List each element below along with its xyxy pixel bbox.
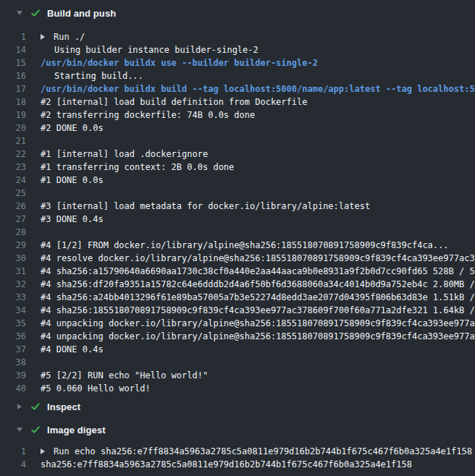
- line-number[interactable]: 23: [0, 161, 26, 174]
- log-line: 36 #4 unpacking docker.io/library/alpine…: [0, 330, 475, 343]
- log-line-body: Run echo sha256:e7ff8834a5963a2785c5a081…: [26, 445, 475, 458]
- section-title: Build and push: [47, 8, 116, 19]
- runner-icon: [41, 71, 51, 81]
- log-text: #4 sha256:a24bb4013296f61e89ba57005a7b3e…: [41, 291, 475, 304]
- log-group-line[interactable]: 1 Run ./: [0, 30, 475, 43]
- log-line-body: /usr/bin/docker buildx use --builder bui…: [26, 56, 475, 69]
- line-number[interactable]: 4: [0, 458, 26, 471]
- log-text: #5 [2/2] RUN echo "Hello world!": [41, 369, 208, 382]
- log-line: 31 #4 sha256:a15790640a6690aa1730c38cf0a…: [0, 265, 475, 278]
- log-line-body: Using builder instance builder-single-2: [26, 43, 475, 56]
- log-text: #2 DONE 0.0s: [41, 122, 104, 135]
- line-number[interactable]: 19: [0, 109, 26, 122]
- log-line: 34 #4 sha256:185518070891758909c9f839cf4…: [0, 304, 475, 317]
- line-number[interactable]: 18: [0, 95, 26, 109]
- line-number[interactable]: 1: [0, 445, 26, 458]
- pushpin-icon: [41, 45, 51, 55]
- log-line: 33 #4 sha256:a24bb4013296f61e89ba57005a7…: [0, 291, 475, 304]
- line-number[interactable]: 34: [0, 304, 26, 317]
- log-line: 30 #4 resolve docker.io/library/alpine@s…: [0, 252, 475, 265]
- log-section-image-digest: Image digest 1 Run echo sha256:e7ff8834a…: [0, 424, 475, 471]
- log-line: 40 #5 0.060 Hello world!: [0, 382, 475, 395]
- log-text: #1 DONE 0.0s: [41, 174, 104, 187]
- line-number[interactable]: 30: [0, 252, 26, 265]
- log-text: #1 [internal] load .dockerignore: [41, 148, 208, 161]
- log-text: #4 sha256:df20fa9351a15782c64e6dddb2d4a6…: [41, 278, 475, 291]
- log-line: 19 #2 transferring dockerfile: 74B 0.0s …: [0, 109, 475, 122]
- chevron-right-icon: [16, 404, 23, 409]
- line-number[interactable]: 22: [0, 148, 26, 161]
- line-number[interactable]: 39: [0, 369, 26, 382]
- log-text: #4 [1/2] FROM docker.io/library/alpine@s…: [41, 239, 449, 252]
- line-number[interactable]: 28: [0, 226, 26, 239]
- line-number[interactable]: 38: [0, 356, 26, 369]
- log-line-body: #4 resolve docker.io/library/alpine@sha2…: [26, 252, 475, 265]
- section-header-image-digest[interactable]: Image digest: [0, 424, 475, 435]
- log-text: Starting build...: [54, 69, 143, 82]
- log-line: 38: [0, 356, 475, 369]
- line-number[interactable]: 33: [0, 291, 26, 304]
- line-number[interactable]: 35: [0, 317, 26, 330]
- log-text: #4 sha256:185518070891758909c9f839cf4ca3…: [41, 304, 475, 317]
- log-line-body: #4 sha256:df20fa9351a15782c64e6dddb2d4a6…: [26, 278, 475, 291]
- log-line-body: #4 sha256:a15790640a6690aa1730c38cf0a440…: [26, 265, 475, 278]
- log-text: /usr/bin/docker buildx build --tag local…: [41, 82, 475, 95]
- line-number[interactable]: 29: [0, 239, 26, 252]
- line-number[interactable]: 20: [0, 122, 26, 135]
- line-number[interactable]: 27: [0, 213, 26, 226]
- section-header-inspect[interactable]: Inspect: [0, 401, 475, 412]
- log-text: #4 unpacking docker.io/library/alpine@sh…: [41, 330, 475, 343]
- log-line-body: #1 [internal] load .dockerignore: [26, 148, 475, 161]
- log-text: /usr/bin/docker buildx use --builder bui…: [41, 56, 318, 69]
- expand-group-icon[interactable]: [41, 34, 54, 40]
- log-line-body: #2 DONE 0.0s: [26, 122, 475, 135]
- log-line: 18 #2 [internal] load build definition f…: [0, 95, 475, 109]
- log-line-body: #4 unpacking docker.io/library/alpine@sh…: [26, 317, 475, 330]
- line-number[interactable]: 25: [0, 187, 26, 200]
- line-number[interactable]: 15: [0, 56, 26, 69]
- line-number[interactable]: 26: [0, 200, 26, 213]
- section-header-build-and-push[interactable]: Build and push: [0, 7, 475, 19]
- line-number[interactable]: 40: [0, 382, 26, 395]
- log-line-body: #2 transferring dockerfile: 74B 0.0s don…: [26, 109, 475, 122]
- log-text: #4 resolve docker.io/library/alpine@sha2…: [41, 252, 475, 265]
- line-number[interactable]: 17: [0, 82, 26, 95]
- line-number[interactable]: 1: [0, 30, 26, 43]
- log-text: #4 sha256:a15790640a6690aa1730c38cf0a440…: [41, 265, 475, 278]
- success-check-icon: [30, 8, 41, 18]
- log-line: 22 #1 [internal] load .dockerignore: [0, 148, 475, 161]
- log-text: #3 [internal] load metadata for docker.i…: [41, 200, 370, 213]
- log-section-inspect: Inspect: [0, 401, 475, 412]
- log-line: 24 #1 DONE 0.0s: [0, 174, 475, 187]
- log-line-body: #3 [internal] load metadata for docker.i…: [26, 200, 475, 213]
- line-number[interactable]: 14: [0, 43, 26, 56]
- log-text: Run ./: [54, 30, 85, 43]
- line-number[interactable]: 37: [0, 343, 26, 356]
- line-number[interactable]: 31: [0, 265, 26, 278]
- line-number[interactable]: 24: [0, 174, 26, 187]
- log-line-body: #1 transferring context: 2B 0.0s done: [26, 161, 475, 174]
- log-group-line[interactable]: 1 Run echo sha256:e7ff8834a5963a2785c5a0…: [0, 445, 475, 458]
- section-title: Inspect: [47, 401, 80, 412]
- log-text: #3 DONE 0.4s: [41, 213, 104, 226]
- expand-group-icon[interactable]: [41, 449, 54, 454]
- log-line: 35 #4 unpacking docker.io/library/alpine…: [0, 317, 475, 330]
- log-line-body: #4 sha256:a24bb4013296f61e89ba57005a7b3e…: [26, 291, 475, 304]
- log-line-body: sha256:e7ff8834a5963a2785c5a0811e979d16b…: [26, 458, 475, 471]
- log-line: 20 #2 DONE 0.0s: [0, 122, 475, 135]
- log-text: #2 transferring dockerfile: 74B 0.0s don…: [41, 109, 255, 122]
- line-number[interactable]: 21: [0, 135, 26, 148]
- line-number[interactable]: 36: [0, 330, 26, 343]
- log-line: 17 /usr/bin/docker buildx build --tag lo…: [0, 82, 475, 95]
- log-line-body: /usr/bin/docker buildx build --tag local…: [26, 82, 475, 95]
- log-section-build-and-push: Build and push 1 Run ./ 14 Using builder…: [0, 7, 475, 395]
- log-line: 27 #3 DONE 0.4s: [0, 213, 475, 226]
- line-number[interactable]: 16: [0, 69, 26, 82]
- chevron-down-icon: [16, 428, 23, 432]
- log-text: #2 [internal] load build definition from…: [41, 95, 307, 109]
- log-line-body: #1 DONE 0.0s: [26, 174, 475, 187]
- log-line: 29 #4 [1/2] FROM docker.io/library/alpin…: [0, 239, 475, 252]
- log-line-body: Starting build...: [26, 69, 475, 82]
- log-line: 16 Starting build...: [0, 69, 475, 82]
- line-number[interactable]: 32: [0, 278, 26, 291]
